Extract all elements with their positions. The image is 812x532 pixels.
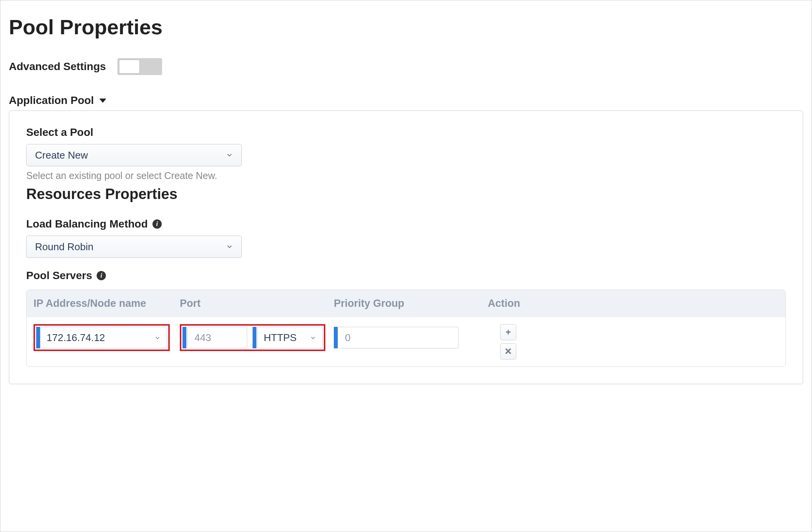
ip-node-dropdown[interactable]: 172.16.74.12 xyxy=(40,327,167,348)
chevron-down-icon xyxy=(310,332,316,344)
action-cell: + ✕ xyxy=(488,324,519,360)
add-row-button[interactable]: + xyxy=(500,324,516,340)
column-header-action: Action xyxy=(488,298,519,309)
load-balancing-dropdown[interactable]: Round Robin xyxy=(26,236,242,258)
application-pool-section-header[interactable]: Application Pool xyxy=(9,94,803,107)
close-icon: ✕ xyxy=(504,346,512,357)
port-placeholder: 443 xyxy=(194,332,211,344)
application-pool-panel: Select a Pool Create New Select an exist… xyxy=(9,110,803,384)
toggle-knob xyxy=(119,60,140,74)
resources-properties-title: Resources Properties xyxy=(26,186,786,202)
port-cell: 443 HTTPS xyxy=(180,324,334,351)
chevron-down-icon xyxy=(226,243,233,250)
priority-placeholder: 0 xyxy=(345,332,350,344)
select-pool-helper: Select an existing pool or select Create… xyxy=(26,170,786,181)
page-title: Pool Properties xyxy=(9,15,803,39)
advanced-settings-toggle[interactable] xyxy=(117,58,162,75)
edit-indicator xyxy=(253,327,256,348)
column-header-port: Port xyxy=(180,298,334,309)
chevron-down-icon xyxy=(154,332,161,344)
column-header-priority: Priority Group xyxy=(334,298,488,309)
advanced-settings-label: Advanced Settings xyxy=(9,60,106,73)
load-balancing-value: Round Robin xyxy=(35,241,94,253)
edit-indicator xyxy=(36,327,40,348)
column-header-ip: IP Address/Node name xyxy=(33,298,180,309)
table-row: 172.16.74.12 443 xyxy=(27,317,785,366)
remove-row-button[interactable]: ✕ xyxy=(500,343,516,360)
pool-servers-label: Pool Servers xyxy=(26,269,92,282)
ip-cell: 172.16.74.12 xyxy=(33,324,180,351)
pool-servers-table: IP Address/Node name Port Priority Group… xyxy=(26,289,786,367)
caret-down-icon xyxy=(99,99,106,103)
port-input[interactable]: 443 xyxy=(187,327,247,348)
ip-node-value: 172.16.74.12 xyxy=(47,332,105,344)
load-balancing-label: Load Balancing Method xyxy=(26,218,148,230)
protocol-dropdown[interactable]: HTTPS xyxy=(257,327,323,348)
edit-indicator xyxy=(182,327,186,348)
info-icon[interactable]: i xyxy=(97,271,106,280)
protocol-value: HTTPS xyxy=(264,332,296,344)
info-icon[interactable]: i xyxy=(152,219,162,229)
edit-indicator xyxy=(334,327,338,348)
select-pool-value: Create New xyxy=(35,149,88,161)
pool-servers-label-row: Pool Servers i xyxy=(26,269,786,282)
priority-input[interactable]: 0 xyxy=(338,327,459,348)
plus-icon: + xyxy=(506,327,511,338)
pool-servers-table-header: IP Address/Node name Port Priority Group… xyxy=(27,290,785,317)
select-pool-label: Select a Pool xyxy=(26,126,786,139)
select-pool-dropdown[interactable]: Create New xyxy=(26,144,242,166)
select-pool-label-text: Select a Pool xyxy=(26,126,93,139)
priority-cell: 0 xyxy=(334,324,488,351)
application-pool-label: Application Pool xyxy=(9,94,94,107)
chevron-down-icon xyxy=(226,152,233,159)
load-balancing-label-row: Load Balancing Method i xyxy=(26,218,786,230)
advanced-settings-row: Advanced Settings xyxy=(9,58,803,75)
highlight-box: 172.16.74.12 xyxy=(33,324,170,351)
highlight-box: 443 HTTPS xyxy=(180,324,325,351)
pool-properties-page: Pool Properties Advanced Settings Applic… xyxy=(0,0,812,532)
